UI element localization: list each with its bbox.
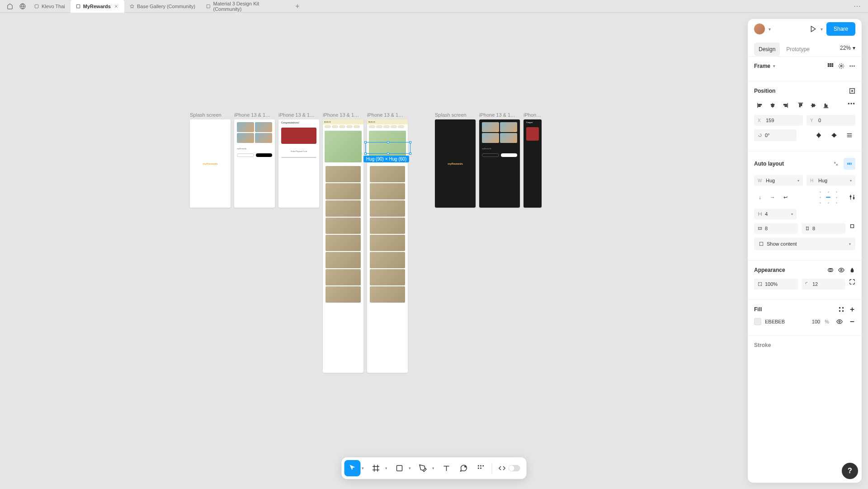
svg-point-98 (842, 307, 844, 309)
x-input[interactable] (766, 118, 799, 123)
fill-color-chip[interactable] (754, 318, 761, 325)
artboard-label[interactable]: iPhone 1 (524, 112, 542, 118)
actions-tool[interactable] (473, 460, 489, 476)
tab-design[interactable]: Design (754, 43, 780, 56)
chevron-down-icon[interactable]: ▾ (821, 27, 823, 32)
component-options-icon[interactable] (827, 63, 834, 69)
tab-klevo-thai[interactable]: Klevo Thai (29, 0, 71, 13)
direction-horizontal[interactable]: → (767, 191, 778, 203)
pen-tool-chevron[interactable]: ▾ (432, 466, 438, 470)
align-top-button[interactable] (795, 100, 807, 111)
visibility-icon[interactable] (836, 318, 843, 325)
width-select[interactable]: Hug (766, 178, 795, 183)
individual-padding-icon[interactable] (849, 223, 855, 229)
svg-rect-61 (799, 104, 800, 107)
direction-wrap[interactable]: ↩ (779, 191, 791, 203)
layout-settings-icon[interactable] (849, 194, 855, 200)
flip-v-button[interactable] (828, 129, 840, 141)
add-fill-icon[interactable] (849, 306, 855, 313)
more-icon[interactable] (847, 100, 855, 108)
shape-tool-chevron[interactable]: ▾ (409, 466, 414, 470)
tab-prototype[interactable]: Prototype (782, 43, 814, 56)
artboard-label[interactable]: iPhone 13 & 1… (234, 112, 275, 118)
canvas[interactable]: Splash screenmyRewards iPhone 13 & 1…myR… (0, 13, 868, 489)
blend-mode-icon[interactable] (827, 267, 834, 273)
avatar[interactable] (754, 24, 765, 34)
frame-tool-chevron[interactable]: ▾ (385, 466, 391, 470)
align-bottom-button[interactable] (820, 100, 832, 111)
artboard-label[interactable]: iPhone 13 & 1… (278, 112, 319, 118)
artboard-label[interactable]: iPhone 13 & 1… (479, 112, 520, 118)
svg-rect-75 (848, 163, 849, 165)
fill-opacity[interactable]: 100 (812, 319, 820, 324)
artboard[interactable]: myRewards (190, 119, 231, 208)
artboard[interactable]: myRewards (479, 119, 520, 208)
text-tool[interactable] (439, 460, 455, 476)
pen-tool[interactable] (415, 460, 431, 476)
flip-h-button[interactable] (813, 129, 825, 141)
gap-input[interactable] (765, 211, 788, 217)
zoom-control[interactable]: 22% ▾ (840, 45, 855, 54)
opacity-input[interactable] (765, 281, 794, 287)
individual-radius-icon[interactable] (849, 279, 855, 285)
frame-type-selector[interactable]: Frame ▾ (754, 63, 775, 69)
frame-tool[interactable] (368, 460, 384, 476)
tab-myrewards[interactable]: MyRewards (71, 0, 124, 13)
remove-fill-icon[interactable] (849, 318, 855, 325)
artboard[interactable]: $540.23 (323, 119, 363, 373)
fit-to-content-icon[interactable] (849, 88, 855, 94)
artboard[interactable]: Congrat (524, 119, 542, 208)
chevron-down-icon[interactable]: ▾ (769, 27, 771, 32)
move-tool-chevron[interactable]: ▾ (362, 466, 367, 470)
tab-overflow-menu[interactable]: ⋯ (850, 2, 864, 10)
fill-hex[interactable]: EBEBEB (765, 319, 808, 324)
artboard-label[interactable]: Splash screen (435, 112, 476, 118)
auto-layout-on[interactable] (844, 158, 855, 170)
svg-rect-42 (832, 63, 834, 65)
y-input[interactable] (818, 118, 852, 123)
settings-icon[interactable] (838, 63, 844, 69)
height-select[interactable]: Hug (818, 178, 847, 183)
alignment-grid[interactable] (816, 190, 842, 205)
svg-rect-77 (851, 163, 852, 165)
artboard-label[interactable]: Splash screen (190, 112, 231, 118)
artboard[interactable]: Congratulations!Order Physical Card (278, 119, 319, 208)
more-icon[interactable] (849, 63, 855, 69)
visibility-icon[interactable] (838, 267, 844, 273)
artboard[interactable]: myRewards (234, 119, 275, 208)
blur-icon[interactable] (849, 267, 855, 273)
move-tool[interactable] (344, 460, 361, 476)
align-center-v-button[interactable] (807, 100, 819, 111)
artboard-label[interactable]: iPhone 13 & 1… (367, 112, 408, 118)
comment-tool[interactable] (456, 460, 472, 476)
clip-content-select[interactable]: Show content ▾ (754, 237, 855, 250)
auto-layout-off[interactable] (830, 158, 842, 170)
new-tab-button[interactable]: + (291, 2, 304, 10)
tab-base-gallery[interactable]: Base Gallery (Community) (124, 0, 201, 13)
align-left-button[interactable] (754, 100, 766, 111)
rotation-input[interactable] (765, 133, 793, 138)
padding-h-input[interactable] (765, 226, 794, 231)
dev-mode-toggle[interactable] (495, 460, 524, 476)
svg-rect-43 (828, 65, 830, 67)
align-right-button[interactable] (779, 100, 791, 111)
tidy-button[interactable] (844, 129, 855, 141)
tab-label: Material 3 Design Kit (Community) (213, 1, 285, 12)
present-button[interactable] (810, 25, 817, 33)
radius-input[interactable] (812, 281, 842, 287)
help-button[interactable]: ? (842, 463, 858, 479)
direction-vertical[interactable]: ↓ (754, 191, 766, 203)
selection-outline[interactable] (365, 142, 410, 154)
tab-material-3[interactable]: Material 3 Design Kit (Community) (201, 0, 291, 13)
community-button[interactable] (16, 0, 29, 13)
shape-tool[interactable] (392, 460, 408, 476)
home-button[interactable] (4, 0, 16, 13)
styles-icon[interactable] (838, 306, 844, 313)
share-button[interactable]: Share (826, 22, 855, 36)
artboard[interactable]: myRewards (435, 119, 476, 208)
align-center-h-button[interactable] (767, 100, 778, 111)
artboard-label[interactable]: iPhone 13 & 1… (323, 112, 363, 118)
rotation-icon (758, 133, 762, 138)
close-icon[interactable] (113, 4, 119, 9)
padding-v-input[interactable] (812, 226, 842, 231)
